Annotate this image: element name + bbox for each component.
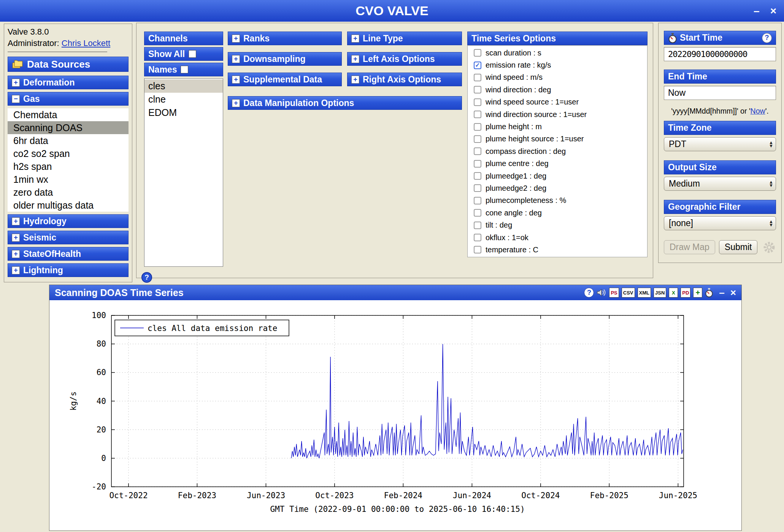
timeseries-option-wind-speed[interactable]: wind speed : m/s [468,71,647,84]
checkbox-icon[interactable] [474,111,481,118]
checkbox-icon[interactable] [474,49,481,57]
timeseries-option-plume-height[interactable]: plume height : m [468,120,647,133]
timeseries-option-plumecompleteness[interactable]: plumecompleteness : % [468,195,647,207]
option-button-right-axis-options[interactable]: +Right Axis Options [347,73,462,86]
expand-icon[interactable]: + [232,76,240,84]
checkbox-icon[interactable] [474,160,481,168]
channel-list[interactable]: clesclneEDOM [144,78,223,267]
checkbox-icon[interactable] [474,209,481,217]
checkbox-icon[interactable] [474,98,481,106]
checkbox-icon[interactable] [474,184,481,192]
output-size-select[interactable]: Medium ▲▼ [664,177,776,191]
excel-export-icon[interactable]: X [669,288,678,298]
checkbox-icon[interactable] [474,147,481,155]
sidebar-section-deformation[interactable]: +Deformation [8,76,129,89]
timeseries-option-scan-duration[interactable]: scan duration : s [468,47,647,59]
expand-icon[interactable]: + [12,217,20,225]
now-link[interactable]: Now [751,107,765,115]
start-time-help-icon[interactable]: ? [762,33,772,43]
clock-icon[interactable] [705,288,713,298]
expand-icon[interactable]: + [232,99,240,107]
checkbox-icon[interactable] [474,86,481,93]
checkbox-icon[interactable] [474,197,481,204]
timeseries-option-emission-rate[interactable]: ✓emission rate : kg/s [468,59,647,71]
expand-icon[interactable]: + [232,35,240,43]
option-button-left-axis-options[interactable]: +Left Axis Options [347,52,462,66]
data-source-item-older-multigas-data[interactable]: older multigas data [8,199,129,212]
sidebar-section-lightning[interactable]: +Lightning [8,263,129,277]
data-source-item-chemdata[interactable]: Chemdata [8,108,129,121]
end-time-input[interactable] [664,86,776,100]
checkbox-icon[interactable] [474,135,481,143]
sidebar-section-seismic[interactable]: +Seismic [8,231,129,244]
minimize-icon[interactable]: – [719,287,724,299]
minimize-icon[interactable]: – [754,5,760,17]
checkbox-icon[interactable] [474,234,481,241]
checkbox-icon[interactable] [474,222,481,229]
pdf-export-icon[interactable]: PD [681,288,690,298]
option-button-data-manipulation-options[interactable]: +Data Manipulation Options [228,96,462,110]
time-zone-select[interactable]: PDT ▲▼ [664,137,776,151]
option-button-line-type[interactable]: +Line Type [347,32,462,45]
draw-map-button[interactable]: Draw Map [664,240,715,254]
checkbox-icon[interactable] [474,74,481,81]
start-time-input[interactable] [664,47,776,61]
timeseries-option-plumeedge1[interactable]: plumeedge1 : deg [468,170,647,182]
data-source-item-1min-wx[interactable]: 1min wx [8,173,129,186]
collapse-icon[interactable]: − [12,95,20,103]
names-checkbox[interactable] [181,66,188,73]
submit-button[interactable]: Submit [719,240,758,254]
help-icon[interactable]: ? [584,288,594,298]
close-icon[interactable]: × [770,5,776,17]
data-source-item-co2-so2-span[interactable]: co2 so2 span [8,147,129,160]
show-all-checkbox[interactable] [189,50,196,58]
option-button-downsampling[interactable]: +Downsampling [228,52,342,66]
expand-icon[interactable]: + [232,55,240,63]
data-source-item-h2s-span[interactable]: h2s span [8,160,129,173]
expand-icon[interactable]: + [351,76,359,84]
timeseries-option-plume-height-source[interactable]: plume height source : 1=user [468,133,647,145]
administrator-link[interactable]: Chris Lockett [62,38,110,48]
timeseries-option-temperature[interactable]: temperature : C [468,244,647,256]
checkbox-icon[interactable] [474,172,481,180]
xml-export-icon[interactable]: XML [638,288,651,298]
timeseries-option-wind-speed-source[interactable]: wind speed source : 1=user [468,96,647,108]
expand-icon[interactable]: + [12,234,20,242]
sidebar-section-gas[interactable]: −Gas [8,92,129,106]
timeseries-option-tilt[interactable]: tilt : deg [468,219,647,231]
timeseries-option-cone-angle[interactable]: cone angle : deg [468,207,647,219]
option-button-ranks[interactable]: +Ranks [228,32,342,45]
timeseries-option-compass-direction[interactable]: compass direction : deg [468,145,647,157]
channel-item-clne[interactable]: clne [144,93,223,106]
channel-item-edom[interactable]: EDOM [144,106,223,119]
timeseries-option-wind-direction[interactable]: wind direction : deg [468,84,647,96]
checkbox-icon[interactable] [474,246,481,253]
timeseries-option-plume-centre[interactable]: plume centre : deg [468,158,647,170]
csv-export-icon[interactable]: CSV [622,288,635,298]
page-help-icon[interactable]: ? [141,272,152,283]
timeseries-option-plumeedge2[interactable]: plumeedge2 : deg [468,182,647,194]
add-icon[interactable]: + [693,288,702,298]
data-source-item-zero-data[interactable]: zero data [8,186,129,199]
geographic-filter-select[interactable]: [none] ▲▼ [664,216,776,230]
timeseries-option-wind-direction-source[interactable]: wind direction source : 1=user [468,108,647,120]
data-source-item-scanning-doas[interactable]: Scanning DOAS [8,121,129,134]
checkbox-checked-icon[interactable]: ✓ [474,62,481,69]
expand-icon[interactable]: + [12,266,20,274]
plot-titlebar[interactable]: Scanning DOAS Time Series ?PSCSVXMLJSNXP… [49,285,741,300]
timeseries-option-okflux[interactable]: okflux : 1=ok [468,231,647,244]
expand-icon[interactable]: + [12,250,20,258]
expand-icon[interactable]: + [12,79,20,87]
sidebar-section-hydrology[interactable]: +Hydrology [8,214,129,228]
speaker-icon[interactable] [597,288,606,297]
channel-item-cles[interactable]: cles [144,79,223,93]
data-source-item-6hr-data[interactable]: 6hr data [8,134,129,147]
sidebar-section-stateofhealth[interactable]: +StateOfHealth [8,247,129,261]
checkbox-icon[interactable] [474,123,481,131]
option-button-supplemental-data[interactable]: +Supplemental Data [228,73,342,86]
close-icon[interactable]: × [730,287,736,299]
expand-icon[interactable]: + [351,35,359,43]
expand-icon[interactable]: + [351,55,359,63]
json-export-icon[interactable]: JSN [654,288,666,298]
ps-export-icon[interactable]: PS [609,288,619,298]
